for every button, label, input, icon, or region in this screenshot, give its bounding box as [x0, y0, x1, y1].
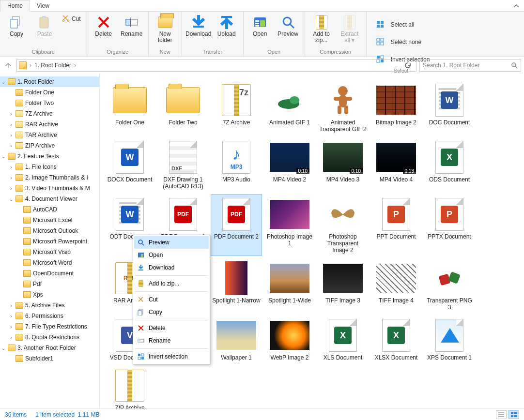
cut-button[interactable]: Cut	[60, 14, 83, 23]
ribbon-tabs: Home View	[0, 0, 524, 12]
download-icon	[137, 264, 145, 271]
file-item[interactable]: 0:10MP4 Video 3	[318, 137, 368, 192]
add-to-zip-button[interactable]: Add to zip...	[309, 14, 334, 44]
tree-node[interactable]: ›6. Permissions	[0, 311, 99, 321]
file-item[interactable]: Photoshop Image 1	[264, 195, 315, 255]
file-item[interactable]: XXLS Document	[318, 315, 368, 363]
file-item[interactable]: DXFDXF Drawing 1 (AutoCAD R13)	[158, 137, 208, 192]
tree-node[interactable]: ·OpenDocument	[0, 268, 99, 279]
ctx-invert-selection[interactable]: Invert selection	[134, 350, 209, 363]
delete-button[interactable]: Delete	[91, 14, 116, 37]
tree-node[interactable]: ·Subfolder1	[0, 353, 99, 364]
extract-all-button[interactable]: Extract all ▾	[337, 14, 362, 44]
new-folder-button[interactable]: New folder	[153, 14, 178, 44]
file-item[interactable]: XPS Document 1	[424, 315, 475, 363]
ctx-delete[interactable]: Delete	[134, 322, 209, 334]
file-item[interactable]: TIFF Image 3	[318, 258, 368, 313]
download-button[interactable]: Download	[186, 14, 211, 37]
breadcrumb[interactable]: › 1. Root Folder ›	[16, 59, 416, 72]
file-item[interactable]: XXLSX Document	[371, 315, 421, 363]
ctx-cut[interactable]: Cut	[134, 293, 209, 306]
tree-node[interactable]: ·Microsoft Word	[0, 257, 99, 268]
breadcrumb-item[interactable]: 1. Root Folder	[34, 62, 71, 69]
tree-node[interactable]: ·Microsoft Excel	[0, 215, 99, 225]
ctx-open[interactable]: Open	[134, 249, 209, 261]
tree-node[interactable]: ⌄4. Document Viewer	[0, 194, 99, 204]
svg-rect-58	[514, 412, 517, 414]
nav-up-button[interactable]	[3, 60, 14, 71]
ctx-add-to-zip[interactable]: Add to zip...	[134, 277, 209, 290]
tree-node[interactable]: ›7. File Type Restrictions	[0, 321, 99, 332]
select-none-button[interactable]: Select none	[370, 33, 432, 50]
preview-button[interactable]: Preview	[276, 14, 301, 37]
select-all-button[interactable]: Select all	[370, 15, 432, 33]
view-details-button[interactable]	[496, 410, 507, 419]
tree-node[interactable]: ›RAR Archive	[0, 119, 99, 130]
tree-node[interactable]: ›8. Quota Restrictions	[0, 332, 99, 343]
file-item[interactable]: TIFF Image 4	[371, 258, 421, 313]
tree-node[interactable]: ›1. File Icons	[0, 162, 99, 172]
file-item[interactable]: 0:13MP4 Video 4	[371, 137, 421, 192]
file-item[interactable]: Wallpaper 1	[211, 315, 262, 363]
file-item[interactable]: Spotlight 1-Narrow	[211, 258, 262, 313]
ctx-preview[interactable]: Preview	[134, 236, 209, 249]
tree-node[interactable]: ·Microsoft Powerpoint	[0, 236, 99, 247]
file-item[interactable]: WebP Image 2	[264, 315, 315, 363]
open-button[interactable]: Open	[247, 14, 273, 37]
file-item-selected[interactable]: PDFPDF Document 2	[211, 195, 262, 255]
file-item[interactable]: Transparent PNG 3	[424, 258, 475, 313]
file-item[interactable]: XODS Document	[424, 137, 475, 192]
file-item[interactable]: 7Z Archive	[211, 80, 262, 135]
tree-node-root1[interactable]: ⌄1. Root Folder	[0, 76, 99, 87]
file-item[interactable]: Animated Transparent GIF 2	[318, 80, 368, 135]
copy-icon	[9, 15, 24, 30]
search-input[interactable]: Search 1. Root Folder	[419, 59, 521, 72]
file-item[interactable]: ZIP Archive	[105, 366, 155, 408]
file-item[interactable]: WDOC Document	[424, 80, 475, 135]
tree-node[interactable]: ›2. Image Thumbnails & I	[0, 172, 99, 183]
tree-node[interactable]: ›3. Video Thumbnails & M	[0, 183, 99, 194]
file-item[interactable]: Bitmap Image 2	[371, 80, 421, 135]
tree-node[interactable]: ›ZIP Archive	[0, 140, 99, 151]
refresh-button[interactable]	[401, 62, 414, 69]
file-item[interactable]: Folder Two	[158, 80, 208, 135]
ribbon-collapse[interactable]	[509, 1, 524, 11]
svg-rect-35	[339, 95, 347, 107]
tree-node-root3[interactable]: ⌄3. Another Root Folder	[0, 343, 99, 353]
tree-node[interactable]: ·Xps	[0, 289, 99, 300]
file-item[interactable]: PPPT Document	[371, 195, 421, 255]
svg-point-41	[139, 240, 142, 244]
rename-button[interactable]: Rename	[119, 14, 144, 37]
file-item[interactable]: WDOCX Document	[105, 137, 155, 192]
file-item[interactable]: Folder One	[105, 80, 155, 135]
tree-node[interactable]: ›5. Archive Files	[0, 300, 99, 311]
file-item[interactable]: ♪MP3MP3 Audio	[211, 137, 262, 192]
ctx-copy[interactable]: Copy	[134, 306, 209, 318]
tree-node[interactable]: ·Microsoft Outlook	[0, 225, 99, 236]
tree-node[interactable]: ›7Z Archive	[0, 108, 99, 119]
copy-button[interactable]: Copy	[4, 14, 29, 37]
file-item[interactable]: Spotlight 1-Wide	[264, 258, 315, 313]
tree-node[interactable]: ·Folder One	[0, 87, 99, 98]
group-new: New folder New	[149, 12, 182, 57]
tree-node[interactable]: ·Pdf	[0, 279, 99, 289]
ctx-download[interactable]: Download	[134, 261, 209, 274]
new-folder-icon	[157, 15, 173, 30]
group-title-transfer: Transfer	[186, 49, 239, 56]
tree-node[interactable]: ·AutoCAD	[0, 204, 99, 215]
view-icons-button[interactable]	[509, 410, 519, 419]
invert-selection-icon	[137, 353, 145, 360]
file-item[interactable]: 0:10MP4 Video 2	[264, 137, 315, 192]
file-item[interactable]: Photoshop Transparent Image 2	[318, 195, 368, 255]
tree-node-root2[interactable]: ⌄2. Feature Tests	[0, 151, 99, 162]
tree-node[interactable]: ·Folder Two	[0, 98, 99, 108]
tree-node[interactable]: ›TAR Archive	[0, 130, 99, 140]
paste-button[interactable]: Paste	[32, 14, 57, 37]
file-item[interactable]: PPPTX Document	[424, 195, 475, 255]
upload-button[interactable]: Upload	[214, 14, 239, 37]
file-item[interactable]: Animated GIF 1	[264, 80, 315, 135]
ctx-rename[interactable]: Rename	[134, 334, 209, 347]
tab-view[interactable]: View	[30, 0, 56, 11]
tree-node[interactable]: ·Microsoft Visio	[0, 247, 99, 257]
tab-home[interactable]: Home	[0, 0, 30, 12]
